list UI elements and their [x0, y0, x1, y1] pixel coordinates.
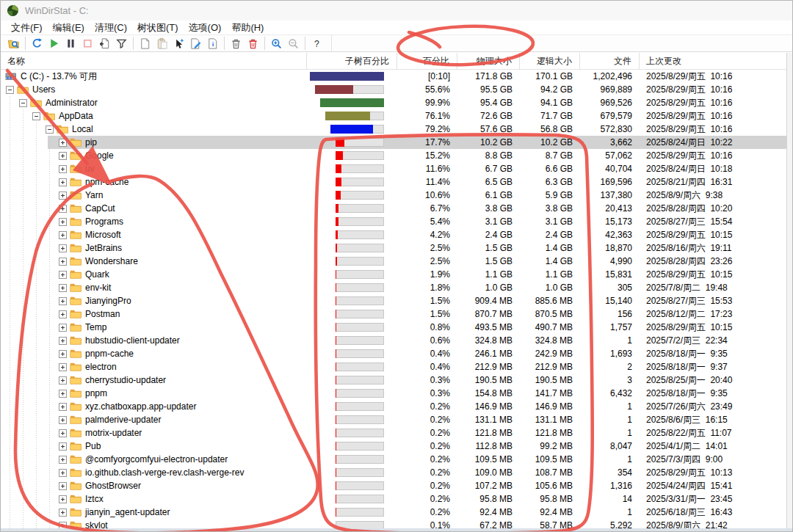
tree-row-env-kit[interactable]: env-kit1.8%1.0 GB1.0 GB3052025/7/8/周二 19…	[1, 281, 786, 294]
toolbar-button-copy-path-icon[interactable]	[137, 36, 153, 51]
tree-row-programs[interactable]: Programs5.4%3.1 GB3.1 GB15,1732025/8/27/…	[1, 215, 786, 228]
tree-row-appdata[interactable]: AppData76.1%72.6 GB71.7 GB679,5792025/8/…	[1, 109, 786, 123]
column-header-6[interactable]: 上次更改	[640, 53, 788, 69]
expand-plus-box[interactable]	[59, 390, 67, 398]
expand-plus-box[interactable]	[59, 165, 67, 173]
tree-row-electron[interactable]: electron0.4%212.9 MB212.9 MB22025/8/18/周…	[1, 360, 786, 374]
collapse-minus-box[interactable]	[46, 125, 54, 134]
tree-row-pub[interactable]: Pub0.2%112.8 MB99.2 MB8,0472025/4/1/周二 1…	[1, 440, 786, 453]
expand-plus-box[interactable]	[59, 139, 67, 147]
column-header-0[interactable]: 名称	[1, 53, 307, 69]
toolbar-button-resume-icon[interactable]	[46, 36, 62, 51]
expand-plus-box[interactable]	[59, 350, 67, 358]
expand-plus-box[interactable]	[59, 442, 67, 451]
collapse-minus-box[interactable]	[19, 99, 27, 107]
tree-row-pip[interactable]: pip17.7%10.2 GB10.2 GB3,6622025/8/24/周日 …	[1, 136, 786, 149]
toolbar-button-properties-icon[interactable]: i	[204, 36, 221, 51]
expand-plus-box[interactable]	[59, 482, 67, 490]
expand-plus-box[interactable]	[59, 456, 67, 464]
tree-guide-line	[40, 347, 54, 360]
tree-row-yarn[interactable]: Yarn10.6%6.1 GB5.9 GB137,3802025/8/9/周六 …	[1, 189, 786, 202]
menu-item-0[interactable]: 文件(F)	[6, 21, 48, 35]
tree-row-motrix-updater[interactable]: motrix-updater0.2%121.8 MB121.8 MB12025/…	[1, 426, 786, 440]
expand-plus-box[interactable]	[59, 509, 67, 517]
toolbar-button-open-folder-search-icon[interactable]	[5, 36, 22, 51]
menu-item-2[interactable]: 清理(C)	[90, 21, 132, 35]
column-header-3[interactable]: 物理大小	[457, 53, 520, 69]
toolbar-button-open-in-editor-icon[interactable]	[187, 36, 204, 51]
collapse-minus-box[interactable]	[32, 112, 40, 120]
toolbar-button-delete-permanently-icon[interactable]	[245, 36, 261, 51]
tree-row-@comfyorgcomfyui-electron-updater[interactable]: @comfyorgcomfyui-electron-updater0.2%109…	[1, 453, 786, 466]
expand-plus-box[interactable]	[59, 297, 67, 305]
vertical-scrollbar[interactable]	[786, 53, 792, 531]
expand-plus-box[interactable]	[59, 178, 67, 186]
expand-plus-box[interactable]	[59, 416, 67, 424]
expand-plus-box[interactable]	[59, 192, 67, 200]
menu-item-4[interactable]: 选项(O)	[184, 21, 227, 35]
tree-row-cherrystudio-updater[interactable]: cherrystudio-updater0.3%190.5 MB190.5 MB…	[1, 374, 786, 387]
expand-plus-box[interactable]	[59, 244, 67, 252]
tree-row-microsoft[interactable]: Microsoft4.2%2.4 GB2.4 GB42,3632025/8/29…	[1, 228, 786, 241]
percent-cell: 17.7%	[397, 137, 457, 147]
expand-plus-box[interactable]	[59, 152, 67, 160]
tree-row-local[interactable]: Local79.2%57.6 GB56.8 GB572,8302025/8/29…	[1, 123, 786, 136]
expand-plus-box[interactable]	[59, 403, 67, 411]
toolbar-button-refresh-icon[interactable]	[29, 36, 46, 51]
tree-row-administrator[interactable]: Administrator99.9%95.4 GB94.1 GB969,5262…	[1, 96, 786, 109]
expand-plus-box[interactable]	[59, 310, 67, 318]
tree-row-cc-13.7[interactable]: C (C:) - 13.7% 可用[0:10]171.8 GB170.1 GB1…	[1, 70, 786, 83]
tree-row-iztcx[interactable]: Iztcx0.2%95.8 MB95.8 MB142025/3/31/周一 23…	[1, 492, 786, 506]
tree-row-xyz.chatboxapp.app-updater[interactable]: xyz.chatboxapp.app-updater0.2%146.9 MB14…	[1, 400, 786, 413]
tree-row-hubstudio-client-updater[interactable]: hubstudio-client-updater0.6%324.8 MB324.…	[1, 334, 786, 347]
expand-plus-box[interactable]	[59, 284, 67, 292]
collapse-minus-box[interactable]	[6, 86, 14, 94]
toolbar-button-help-icon[interactable]: ?	[308, 36, 325, 51]
tree-row-ghostbrowser[interactable]: GhostBrowser0.2%107.2 MB105.6 MB1,316202…	[1, 479, 786, 492]
tree-row-users[interactable]: Users55.6%95.5 GB94.2 GB969,8892025/8/29…	[1, 83, 786, 96]
tree-row-quark[interactable]: Quark1.9%1.1 GB1.1 GB15,8312025/8/29/周五 …	[1, 268, 786, 281]
tree-row-io.github.clash-verge-rev.clash-verge-rev[interactable]: io.github.clash-verge-rev.clash-verge-re…	[1, 466, 786, 479]
column-header-5[interactable]: 文件	[580, 53, 640, 69]
toolbar-button-filter-icon[interactable]	[113, 36, 130, 51]
expand-plus-box[interactable]	[59, 337, 67, 345]
expand-plus-box[interactable]	[59, 271, 67, 279]
column-header-4[interactable]: 逻辑大小	[520, 53, 580, 69]
tree-row-google[interactable]: Google15.2%8.8 GB8.7 GB57,0622025/8/29/周…	[1, 149, 786, 162]
expand-plus-box[interactable]	[59, 495, 67, 503]
toolbar-button-zoom-in-icon[interactable]	[268, 36, 285, 51]
toolbar-button-select-parent-icon[interactable]	[96, 36, 113, 51]
menu-item-3[interactable]: 树状图(T)	[132, 21, 184, 35]
expand-plus-box[interactable]	[59, 324, 67, 332]
menu-item-1[interactable]: 编辑(E)	[48, 21, 90, 35]
expand-plus-box[interactable]	[59, 205, 67, 213]
tree-row-postman[interactable]: Postman1.5%870.7 MB870.5 MB1562025/8/12/…	[1, 307, 786, 321]
tree-row-temp[interactable]: Temp0.8%493.5 MB490.7 MB1,7572025/8/29/周…	[1, 321, 786, 334]
toolbar-button-delete-to-bin-icon[interactable]	[228, 36, 245, 51]
expand-plus-box[interactable]	[59, 469, 67, 477]
tree-row-uv[interactable]: uv11.6%6.7 GB6.6 GB40,7042025/8/24/周日 10…	[1, 162, 786, 175]
column-header-2[interactable]: 百分比	[397, 53, 457, 69]
tree-row-jianyin_agent-updater[interactable]: jianyin_agent-updater0.2%92.4 MB92.4 MB1…	[1, 506, 786, 519]
tree-row-palmderive-updater[interactable]: palmderive-updater0.2%131.1 MB131.1 MB12…	[1, 413, 786, 426]
expand-plus-box[interactable]	[59, 376, 67, 385]
expand-plus-box[interactable]	[59, 218, 67, 226]
physical-size-cell: 3.8 GB	[457, 203, 520, 214]
tree-row-npm-cache[interactable]: npm-cache11.4%6.5 GB6.3 GB169,5962025/8/…	[1, 175, 786, 189]
expand-plus-box[interactable]	[59, 258, 67, 266]
tree-row-jetbrains[interactable]: JetBrains2.5%1.5 GB1.4 GB18,8702025/8/16…	[1, 241, 786, 255]
svg-text:?: ?	[314, 39, 319, 49]
tree-row-pnpm[interactable]: pnpm0.3%154.8 MB141.7 MB6,4322025/8/18/周…	[1, 387, 786, 400]
tree-row-pnpm-cache[interactable]: pnpm-cache0.4%246.1 MB242.9 MB1,6932025/…	[1, 347, 786, 360]
tree-row-wondershare[interactable]: Wondershare2.5%1.5 GB1.4 GB4,9902025/8/2…	[1, 255, 786, 268]
tree-row-capcut[interactable]: CapCut6.7%3.8 GB3.8 GB20,4132025/8/28/周四…	[1, 202, 786, 215]
expand-plus-box[interactable]	[59, 429, 67, 437]
toolbar-button-zoom-out-icon	[285, 36, 302, 51]
expand-plus-box[interactable]	[59, 363, 67, 371]
toolbar-button-explorer-select-icon[interactable]	[170, 36, 187, 51]
column-header-1[interactable]: 子树百分比	[307, 53, 397, 69]
toolbar-button-pause-icon[interactable]	[62, 36, 79, 51]
menu-item-5[interactable]: 帮助(H)	[226, 21, 269, 35]
tree-row-jianyingpro[interactable]: JianyingPro1.5%909.4 MB885.6 MB15,140202…	[1, 294, 786, 307]
expand-plus-box[interactable]	[59, 231, 67, 239]
